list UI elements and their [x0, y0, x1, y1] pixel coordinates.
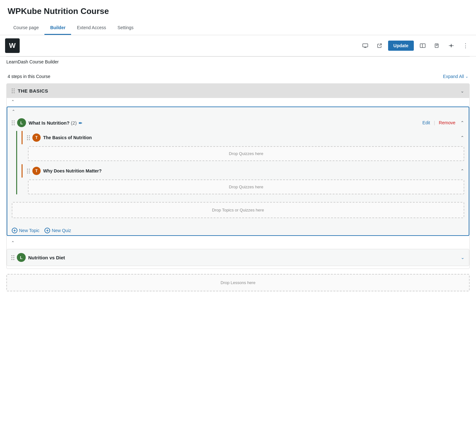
lesson2-top-controls: ⌃	[7, 239, 469, 245]
lesson-remove-link[interactable]: Remove	[439, 120, 455, 125]
topic-row-2: T Why Does Nutrition Matter? ⌃	[22, 164, 469, 178]
svg-rect-1	[420, 44, 425, 48]
lesson2-icon-letter: L	[20, 255, 23, 260]
topic-drag-handle-2[interactable]	[27, 169, 30, 173]
drop-topics-zone: Drop Topics or Quizzes here	[12, 202, 464, 218]
drop-quizzes-zone-2: Drop Quizzes here	[28, 179, 464, 194]
update-button[interactable]: Update	[388, 41, 414, 51]
lesson2-drag-handle[interactable]	[11, 255, 14, 260]
tab-extend-access[interactable]: Extend Access	[71, 21, 112, 35]
lesson-title-text: What Is Nutrition?	[29, 120, 71, 126]
wp-logo-letter: W	[9, 42, 16, 50]
external-link-icon	[377, 43, 382, 48]
flow-icon	[448, 43, 454, 48]
builder-content: 4 steps in this Course Expand All ⌄ THE …	[0, 66, 476, 296]
lesson-what-is-nutrition: ⌃ L What Is Nutrition? (2)✏ Edit | Remov…	[7, 107, 469, 236]
steps-count: 4 steps in this Course	[8, 74, 50, 79]
section-title: THE BASICS	[18, 88, 457, 94]
lesson-header: L What Is Nutrition? (2)✏ Edit | Remove …	[7, 114, 469, 131]
external-link-button[interactable]	[374, 41, 385, 50]
drop-topics-wrapper: Drop Topics or Quizzes here	[7, 198, 469, 224]
lesson-nutrition-vs-diet: L Nutrition vs Diet ⌄	[7, 249, 469, 266]
preview-desktop-button[interactable]	[360, 42, 371, 50]
lesson2-title: Nutrition vs Diet	[28, 255, 456, 260]
wp-logo: W	[5, 38, 20, 53]
sub-header-text: LearnDash Course Builder	[6, 59, 59, 64]
topic-basics-of-nutrition: T The Basics of Nutrition ⌃ Drop Quizzes…	[22, 131, 469, 161]
lesson-title: What Is Nutrition? (2)✏	[29, 120, 420, 126]
svg-rect-0	[363, 44, 368, 47]
new-quiz-button[interactable]: + New Quiz	[44, 228, 71, 233]
expand-all-label: Expand All	[443, 74, 464, 79]
lesson-edit-link[interactable]: Edit	[422, 120, 430, 125]
drop-lessons-label: Drop Lessons here	[221, 280, 255, 285]
lesson2-collapse-up-icon[interactable]: ⌃	[11, 240, 15, 245]
new-quiz-plus-icon: +	[44, 228, 50, 233]
topic-title-2: Why Does Nutrition Matter?	[43, 168, 458, 173]
toolbar: W Update ⋮	[0, 35, 476, 56]
drop-quizzes-zone-1: Drop Quizzes here	[28, 146, 464, 161]
desktop-icon	[362, 43, 368, 48]
topic-collapse-button[interactable]: ⌃	[460, 135, 464, 140]
section-the-basics: THE BASICS ⌄ ⌃ ⌃ L	[6, 83, 470, 269]
topic-title: The Basics of Nutrition	[43, 135, 458, 140]
sidebar-icon	[420, 43, 426, 48]
page-title: WPKube Nutrition Course	[8, 6, 468, 16]
lesson-icon-letter: L	[20, 120, 23, 125]
topic-icon-2: T	[32, 167, 41, 175]
tab-course-page[interactable]: Course page	[8, 21, 44, 35]
topics-container: T The Basics of Nutrition ⌃ Drop Quizzes…	[16, 131, 469, 194]
new-topic-label: New Topic	[19, 228, 39, 233]
edit-icon	[434, 43, 440, 48]
section-header: THE BASICS ⌄	[7, 84, 469, 98]
drop-quizzes-label-1: Drop Quizzes here	[229, 151, 263, 156]
tab-builder[interactable]: Builder	[44, 21, 71, 35]
flow-button[interactable]	[446, 41, 457, 50]
lesson-count-display: (2)	[71, 120, 76, 126]
lesson2-header: L Nutrition vs Diet ⌄	[7, 249, 469, 266]
sub-header: LearnDash Course Builder	[0, 57, 476, 66]
section-collapse-row: ⌃	[7, 98, 469, 105]
expand-all-chevron-icon: ⌄	[465, 74, 468, 79]
topic-collapse-button-2[interactable]: ⌃	[460, 168, 464, 173]
lesson-nutrition-vs-diet-wrapper: ⌃ L Nutrition vs Diet ⌄	[7, 239, 469, 269]
lesson-top-controls: ⌃	[7, 107, 469, 114]
section-drag-handle[interactable]	[12, 88, 15, 93]
edit-button[interactable]	[432, 41, 442, 50]
section-up-chevron-icon[interactable]: ⌃	[11, 99, 15, 104]
section-collapse-icon[interactable]: ⌄	[460, 88, 464, 94]
lesson-icon: L	[17, 118, 26, 127]
toolbar-right: Update ⋮	[360, 41, 471, 51]
tab-settings[interactable]: Settings	[112, 21, 139, 35]
lesson-drag-handle[interactable]	[12, 120, 15, 125]
page-header: WPKube Nutrition Course Course page Buil…	[0, 0, 476, 35]
lesson-divider: |	[434, 120, 435, 125]
topic-icon-letter-2: T	[35, 169, 37, 173]
lesson-edit-pencil-icon[interactable]: ✏	[79, 121, 82, 126]
side-by-side-button[interactable]	[417, 42, 428, 50]
drop-topics-label: Drop Topics or Quizzes here	[212, 208, 264, 212]
tabs-container: Course page Builder Extend Access Settin…	[8, 21, 468, 35]
more-options-button[interactable]: ⋮	[460, 42, 471, 50]
new-quiz-label: New Quiz	[52, 228, 71, 233]
topic-icon-letter: T	[35, 135, 37, 140]
lesson2-expand-button[interactable]: ⌄	[461, 255, 465, 260]
steps-info-row: 4 steps in this Course Expand All ⌄	[6, 71, 470, 83]
lesson2-icon: L	[17, 253, 26, 262]
drop-lessons-zone: Drop Lessons here	[6, 274, 470, 291]
topic-why-nutrition-matters: T Why Does Nutrition Matter? ⌃ Drop Quiz…	[22, 164, 469, 194]
new-topic-button[interactable]: + New Topic	[12, 228, 39, 233]
lesson-collapse-button[interactable]: ⌃	[460, 120, 464, 125]
expand-all-button[interactable]: Expand All ⌄	[443, 74, 468, 79]
lesson-actions: + New Topic + New Quiz	[7, 224, 469, 235]
drop-quizzes-label-2: Drop Quizzes here	[229, 185, 263, 189]
toolbar-left: W	[5, 38, 20, 53]
topic-row: T The Basics of Nutrition ⌃	[22, 131, 469, 144]
topic-drag-handle[interactable]	[27, 135, 30, 140]
new-topic-plus-icon: +	[12, 228, 17, 233]
topic-icon: T	[32, 133, 41, 142]
lesson-collapse-up-icon[interactable]: ⌃	[12, 109, 15, 114]
